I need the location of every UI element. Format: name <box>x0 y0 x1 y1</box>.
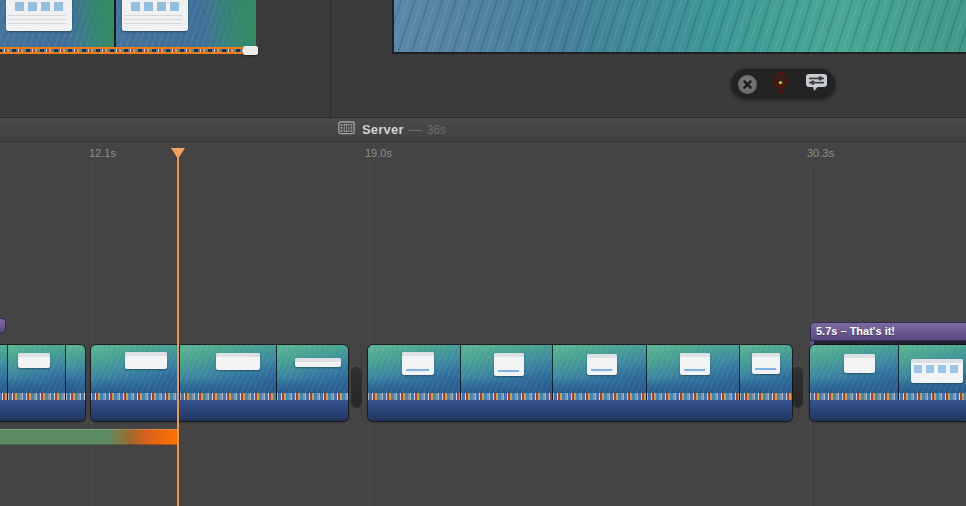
clip-frame-thumbnail <box>180 345 277 400</box>
title-clip[interactable]: 5.7s – That's it! <box>810 322 966 341</box>
screenshot-window <box>752 353 780 374</box>
screenshot-window <box>125 352 167 369</box>
screenshot-window <box>587 354 617 375</box>
clip-lower-band <box>0 400 85 421</box>
ruler-mark: 30.3s <box>807 147 834 159</box>
top-panel <box>0 0 966 117</box>
ruler-gridline <box>369 163 370 506</box>
screenshot-window <box>844 354 875 373</box>
clip-filmstrip <box>0 345 85 400</box>
browser-selection-range[interactable] <box>0 47 258 54</box>
video-clip[interactable] <box>810 345 966 421</box>
clip-frame-thumbnail <box>277 345 348 400</box>
clip-frame-thumbnail <box>553 345 647 400</box>
screenshot-window <box>680 353 710 375</box>
clip-frame-thumbnail <box>740 345 792 400</box>
title-clip-edge[interactable] <box>0 318 6 333</box>
screenshot-window <box>494 353 524 376</box>
voiceover-options-button[interactable] <box>797 69 835 99</box>
clip-filmstrip <box>810 345 966 400</box>
clip-frame-thumbnail <box>0 345 8 400</box>
microphone-icon <box>773 71 788 97</box>
playhead-handle[interactable] <box>171 148 185 159</box>
clip-lower-band <box>91 400 348 421</box>
screenshot-window <box>18 353 50 368</box>
clip-transition-handle[interactable] <box>352 368 361 407</box>
screenshot-window <box>402 352 434 375</box>
clip-frame-thumbnail <box>647 345 740 400</box>
video-clip[interactable] <box>368 345 792 421</box>
voiceover-controls <box>731 69 835 99</box>
clip-frame-thumbnail <box>8 345 66 400</box>
screenshot-window <box>295 358 341 367</box>
record-voiceover-button[interactable] <box>763 69 797 99</box>
project-duration: 36s <box>427 123 446 137</box>
ruler-mark: 12.1s <box>89 147 116 159</box>
ruler-gridline <box>91 163 92 506</box>
panel-divider <box>330 0 331 117</box>
video-clip[interactable] <box>91 345 348 421</box>
playhead-line[interactable] <box>177 148 179 506</box>
clip-frame-thumbnail <box>368 345 461 400</box>
screenshot-window <box>911 359 963 383</box>
screenshot-window <box>216 353 260 370</box>
ruler-mark: 19.0s <box>365 147 392 159</box>
project-bar: Server — 36s <box>0 117 966 142</box>
clip-filmstrip <box>91 345 348 400</box>
clip-lower-band <box>368 400 792 421</box>
media-browser[interactable] <box>0 0 258 54</box>
voiceover-recording-clip[interactable] <box>0 429 179 445</box>
title-clip-label: 5.7s – That's it! <box>816 325 895 337</box>
clip-frame-thumbnail <box>810 345 899 400</box>
cancel-recording-button[interactable] <box>731 69 763 99</box>
filmstrip-icon <box>338 121 355 139</box>
thumbnail-finder-window <box>122 0 188 31</box>
speech-bubble-sliders-icon <box>805 73 828 95</box>
clip-lower-band <box>810 400 966 421</box>
thumbnail-finder-window <box>6 0 72 31</box>
browser-thumbnail[interactable] <box>0 0 116 54</box>
project-title-separator: — <box>409 122 422 137</box>
project-title: Server <box>362 122 404 137</box>
x-circle-icon <box>738 75 757 94</box>
selection-handle[interactable] <box>243 46 258 55</box>
clip-frame-thumbnail <box>461 345 553 400</box>
video-clip[interactable] <box>0 345 85 421</box>
clip-transition-handle[interactable] <box>793 368 802 407</box>
clip-filmstrip <box>368 345 792 400</box>
viewer-preview <box>392 0 966 54</box>
clip-frame-thumbnail <box>899 345 966 400</box>
clip-frame-thumbnail <box>66 345 85 400</box>
browser-thumbnail[interactable] <box>116 0 256 54</box>
clip-frame-thumbnail <box>91 345 180 400</box>
imovie-window: Server — 36s 12.1s 19.0s 30.3s 5.7s – Th… <box>0 0 966 506</box>
